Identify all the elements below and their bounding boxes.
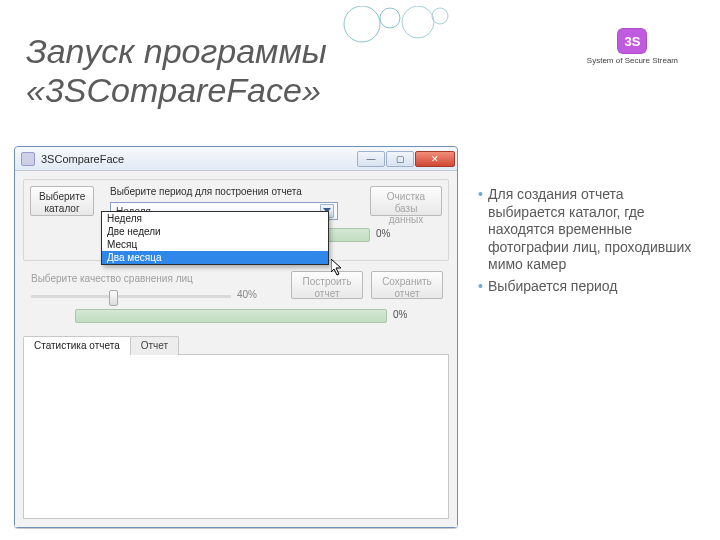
slider-track: [31, 295, 231, 298]
period-option-2[interactable]: Месяц: [102, 238, 328, 251]
logo-badge: 3S: [617, 28, 647, 54]
slide-title-line2: «3SCompareFace»: [26, 71, 321, 109]
quality-pct: 40%: [237, 289, 257, 300]
decor-rings-icon: [340, 6, 460, 56]
svg-point-1: [380, 8, 400, 28]
period-option-3[interactable]: Два месяца: [102, 251, 328, 264]
bullet-2: Выбирается период: [478, 278, 696, 296]
window-controls: — ▢ ✕: [356, 151, 455, 167]
app-icon: [21, 152, 35, 166]
period-dropdown[interactable]: Неделя Две недели Месяц Два месяца: [101, 211, 329, 265]
svg-point-2: [402, 6, 434, 38]
slide-title: Запуск программы «3SCompareFace»: [26, 32, 327, 110]
logo: 3S System of Secure Stream: [587, 28, 678, 65]
client-area: Выберите каталог Выберите период для пос…: [15, 171, 457, 527]
cleanup-db-button[interactable]: Очистка базы данных: [370, 186, 442, 216]
svg-point-0: [344, 6, 380, 42]
tab-panel: [23, 355, 449, 519]
tab-report[interactable]: Отчет: [130, 336, 179, 355]
slide-title-line1: Запуск программы: [26, 32, 327, 70]
save-report-button[interactable]: Сохранить отчет: [371, 271, 443, 299]
titlebar[interactable]: 3SCompareFace — ▢ ✕: [15, 147, 457, 171]
svg-point-3: [432, 8, 448, 24]
progress-top-pct: 0%: [376, 228, 390, 239]
select-catalog-button[interactable]: Выберите каталог: [30, 186, 94, 216]
logo-caption: System of Secure Stream: [587, 56, 678, 65]
tab-stats[interactable]: Статистика отчета: [23, 336, 131, 355]
maximize-button[interactable]: ▢: [386, 151, 414, 167]
side-bullets: Для создания отчета выбирается каталог, …: [478, 186, 696, 299]
period-option-0[interactable]: Неделя: [102, 212, 328, 225]
quality-slider[interactable]: [31, 289, 231, 303]
close-button[interactable]: ✕: [415, 151, 455, 167]
tabs: Статистика отчета Отчет: [23, 335, 449, 355]
progress-bottom-pct: 0%: [393, 309, 407, 320]
period-option-1[interactable]: Две недели: [102, 225, 328, 238]
period-label: Выберите период для построения отчета: [110, 186, 302, 197]
bullet-1: Для создания отчета выбирается каталог, …: [478, 186, 696, 274]
app-window: 3SCompareFace — ▢ ✕ Выберите каталог Выб…: [14, 146, 458, 528]
quality-label: Выберите качество сравнения лиц: [31, 273, 193, 284]
progress-bottom: [75, 309, 387, 323]
build-report-button[interactable]: Построить отчет: [291, 271, 363, 299]
minimize-button[interactable]: —: [357, 151, 385, 167]
window-title: 3SCompareFace: [41, 153, 356, 165]
slider-thumb[interactable]: [109, 290, 118, 306]
